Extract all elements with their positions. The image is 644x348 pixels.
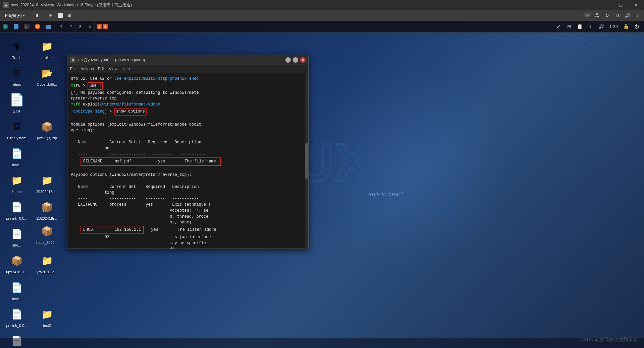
titlebar-controls: ─ □ ✕ bbox=[598, 0, 644, 10]
term-exitfunc-row2: Accepted: '', se bbox=[71, 208, 305, 214]
kali-taskbar: 🐉 $_ 1 2 3 4 2 6 bbox=[0, 21, 644, 32]
term-line-8: Module options (exploit/windows/fileform… bbox=[71, 122, 305, 128]
screen-icon[interactable]: ⤢ bbox=[554, 22, 563, 31]
term-lhost-row4: d) bbox=[71, 247, 305, 249]
upx2418-icon[interactable]: 📦 upx2418_1... bbox=[3, 251, 30, 275]
term-blank1 bbox=[71, 166, 305, 172]
terminal-scrollbar[interactable] bbox=[305, 73, 308, 249]
term-line-6: _cooltype_sing) > show options bbox=[71, 108, 305, 116]
term-exitfunc-row3: h, thread, proce bbox=[71, 214, 305, 220]
term-lhost-row3: may be specifie bbox=[71, 240, 305, 246]
maximize-button[interactable]: □ bbox=[613, 0, 629, 10]
filesystem-icon[interactable]: 🖥 File System bbox=[3, 117, 30, 141]
yzy20202a-icon[interactable]: 📁 yzy20202a... bbox=[34, 251, 60, 275]
term-filename-row: FILENAME msf.pdf yes The file name. bbox=[71, 157, 305, 166]
terminal-icon[interactable]: $_ bbox=[21, 21, 32, 32]
refresh-icon[interactable]: ↻ bbox=[603, 11, 611, 19]
terminal-maximize-button[interactable] bbox=[293, 57, 298, 63]
kali-dragon-icon[interactable]: 🐉 bbox=[0, 21, 11, 32]
term-table-header2b: ting bbox=[71, 190, 305, 196]
prelink02-icon[interactable]: 📄 prelink_0.0... bbox=[3, 305, 30, 329]
terminal-menubar: File Actions Edit View Help bbox=[67, 65, 308, 73]
pause-button[interactable]: ⏸ bbox=[33, 11, 41, 19]
term-table-divider1: ng bbox=[71, 146, 305, 151]
term-line-9: ype_sing): bbox=[71, 128, 305, 133]
svg-rect-9 bbox=[46, 25, 48, 26]
yihuo-icon[interactable]: ⚙ yihuo bbox=[3, 64, 30, 88]
vmware-titlebar: ▣ new_20202418- VMware Workstation 16 Pl… bbox=[0, 0, 644, 10]
terminal-minimize-button[interactable] bbox=[285, 57, 291, 63]
workspace-2-button[interactable]: 2 bbox=[66, 21, 75, 32]
lock-icon[interactable]: 🔒 bbox=[621, 22, 631, 31]
term-table-divider2: ---- --------------- -------- ----------… bbox=[71, 152, 305, 157]
settings-button[interactable]: ⚙ bbox=[65, 11, 73, 19]
term-line-7 bbox=[71, 116, 305, 122]
terminal-title: kali@yuzongyuan: ~ (on yuzongyuan) bbox=[77, 58, 145, 62]
view-button[interactable]: ⬜ bbox=[56, 11, 64, 19]
term-line-5: msf6 exploit(windows/fileformat/adobe bbox=[71, 102, 305, 108]
badge-2: 2 bbox=[97, 24, 102, 29]
speaker-icon[interactable]: 🔊 bbox=[597, 22, 606, 31]
workspace-3-button[interactable]: 3 bbox=[75, 21, 85, 32]
she-icon[interactable]: 📄 she... bbox=[3, 224, 30, 249]
view-menu[interactable]: View bbox=[109, 67, 117, 71]
terminal-small-icon: ▣ bbox=[70, 57, 75, 63]
trash-icon[interactable]: 🗑 Trash bbox=[3, 37, 30, 61]
system-clock: 1:39 bbox=[607, 24, 620, 29]
hupx2020-icon[interactable]: 📦 hupx_2020... bbox=[34, 222, 60, 246]
usb-icon[interactable]: ⊔ bbox=[613, 11, 621, 19]
new2-icon[interactable]: 📄 new... bbox=[3, 278, 30, 302]
terminal-content[interactable]: nfo 62, use 62 or use exploit/multi/http… bbox=[67, 73, 308, 249]
term-line-2: msf6 > use 7 bbox=[71, 82, 305, 90]
20202418y2-icon[interactable]: 📦 20202418y... bbox=[34, 198, 60, 222]
power-icon[interactable]: ⏻ bbox=[632, 22, 641, 31]
grid-icon[interactable]: ⊞ bbox=[565, 22, 574, 31]
term-line-10 bbox=[71, 134, 305, 139]
term-exitfunc-row: EXITFUNC process yes Exit technique ( bbox=[71, 202, 305, 208]
close-button[interactable]: ✕ bbox=[629, 0, 644, 10]
snapshot-button[interactable]: ⊞ bbox=[47, 11, 55, 19]
term-line-3: [*] No payload configured, defaulting to… bbox=[71, 90, 305, 96]
badge-6: 6 bbox=[103, 24, 108, 29]
minimize-button[interactable]: ─ bbox=[598, 0, 613, 10]
home-icon[interactable]: 📁 Home bbox=[3, 171, 30, 195]
download-sys-icon[interactable]: ↓ bbox=[586, 22, 595, 31]
terminal-window: ▣ kali@yuzongyuan: ~ (on yuzongyuan) ✕ F… bbox=[67, 55, 309, 249]
folder-icon[interactable] bbox=[43, 21, 54, 32]
prelink0-icon[interactable]: 📄 prelink_0.0... bbox=[3, 198, 30, 222]
svg-text:🐉: 🐉 bbox=[3, 24, 8, 29]
new-doc1-icon[interactable]: 📄 new... bbox=[3, 144, 30, 168]
terminal-close-button[interactable]: ✕ bbox=[300, 57, 306, 63]
file-menu[interactable]: File bbox=[70, 67, 76, 71]
actions-menu[interactable]: Actions bbox=[80, 67, 94, 71]
vmware-title: new_20202418- VMware Workstation 16 Play… bbox=[11, 2, 132, 8]
bottom-area bbox=[0, 338, 644, 348]
vmware-toolbar: Player(P) ▾ ⏸ ⊞ ⬜ ⚙ ⌨ 🖧 ↻ ⊔ 🔊 ↓ bbox=[0, 10, 644, 21]
network-icon[interactable]: 🖧 bbox=[593, 11, 601, 19]
workspace-4-button[interactable]: 4 bbox=[85, 21, 95, 32]
term-table-header2: Name Current Set Required Description bbox=[71, 184, 305, 190]
keyboard-icon[interactable]: ⌨ bbox=[583, 11, 591, 19]
term-lhost-row: LHOST 192.168.1.1 yes The listen addre bbox=[71, 226, 305, 234]
audio-icon[interactable]: 🔊 bbox=[623, 11, 631, 19]
workspace-1-button[interactable]: 1 bbox=[57, 21, 66, 32]
term-table-header1: Name Current Setti Required Description bbox=[71, 140, 305, 145]
download-icon[interactable]: ↓ bbox=[633, 11, 641, 19]
term-payload-header: Payload options (windows/meterpreter/rev… bbox=[71, 172, 305, 178]
svg-rect-3 bbox=[14, 24, 18, 29]
test2-icon[interactable]: 📁 test2 bbox=[34, 305, 60, 329]
vmware-app-icon: ▣ bbox=[3, 2, 9, 8]
player-menu-button[interactable]: Player(P) ▾ bbox=[3, 12, 27, 19]
term-exitfunc-row4: ss, none) bbox=[71, 220, 305, 225]
scrollbar-thumb[interactable] bbox=[305, 143, 308, 179]
help-menu[interactable]: Help bbox=[121, 67, 130, 71]
term-line-4: rpreter/reverse_tcp bbox=[71, 96, 305, 101]
files-icon[interactable] bbox=[11, 21, 21, 32]
clipboard-icon[interactable]: 📋 bbox=[575, 22, 585, 31]
taskbar-separator bbox=[55, 23, 55, 30]
edit-menu[interactable]: Edit bbox=[98, 67, 105, 71]
desktop-icons-col2: 📦 20202418y... 📦 hupx_2020... bbox=[30, 33, 64, 249]
2txt-icon[interactable]: 📄 2.txt bbox=[3, 90, 30, 115]
firefox-icon[interactable] bbox=[32, 21, 43, 32]
terminal-titlebar: ▣ kali@yuzongyuan: ~ (on yuzongyuan) ✕ bbox=[67, 55, 308, 65]
